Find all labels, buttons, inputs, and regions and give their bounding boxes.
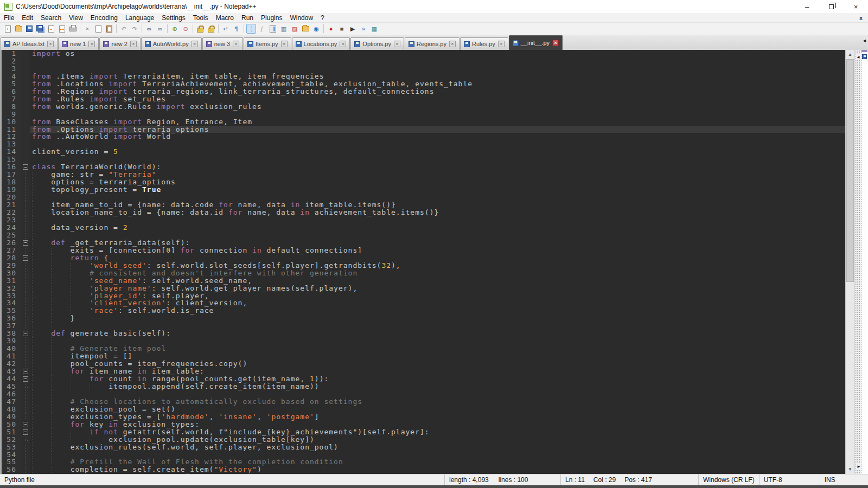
menu-plugins[interactable]: Plugins [257,13,286,22]
function-list-icon[interactable]: ƒ [257,24,267,34]
tab-ap-ideas.txt[interactable]: AP Ideas.txt× [1,37,58,50]
code-line[interactable]: 45 itempool.append(self.create_item(item… [2,383,845,390]
restore-button[interactable] [819,0,844,13]
code-line[interactable]: 10from BaseClasses import Region, Entran… [2,118,845,126]
code-line[interactable]: 18 options = terraria_options [2,178,845,186]
new-file-icon[interactable]: + [3,24,12,34]
code-line[interactable]: 20 [2,194,845,201]
fold-toggle-icon[interactable] [21,163,30,171]
folder-as-workspace-icon[interactable] [301,24,310,34]
code-line[interactable]: 27 exits = [connection[0] for connection… [2,247,845,254]
tab-close-icon[interactable]: × [340,41,346,47]
tab-close-icon[interactable]: × [233,41,239,47]
code-line[interactable]: 12from ..AutoWorld import World [2,133,845,140]
panel-collapse-left-icon[interactable]: ◄ [856,54,860,60]
replace-icon[interactable]: ∞ [155,24,165,34]
document-map-icon[interactable] [268,24,278,34]
fold-toggle-icon[interactable] [21,330,30,337]
code-line[interactable]: 15 [2,156,845,163]
indent-guide-icon[interactable]: ⋮ [246,24,256,34]
code-line[interactable]: 46 [2,390,845,398]
menu-tools[interactable]: Tools [189,13,212,22]
code-line[interactable]: 2 [2,57,845,65]
find-icon[interactable]: ∞ [144,24,154,34]
code-line[interactable]: 56 completion = self.create_item("Victor… [2,466,845,473]
code-line[interactable]: 31 'seed_name': self.world.seed_name, [2,277,845,285]
scroll-up-icon[interactable]: ▲ [846,50,854,59]
cut-icon[interactable]: × [82,24,92,34]
code-line[interactable]: 43 for item_name in item_table: [2,368,845,375]
code-line[interactable]: 34 'client_version': client_version, [2,299,845,307]
code-line[interactable]: 39 [2,337,845,345]
print-icon[interactable] [68,24,78,34]
tab-new-3[interactable]: new 3× [202,37,243,50]
close-document-icon[interactable]: x [859,15,863,21]
code-line[interactable]: 16class TerrariaWorld(World): [2,163,845,171]
menu-edit[interactable]: Edit [18,13,37,22]
fold-toggle-icon[interactable] [21,428,30,436]
code-line[interactable]: 9 [2,111,845,118]
code-line[interactable]: 36 } [2,314,845,322]
docked-panel-grip[interactable]: ◄ ► [854,50,861,474]
code-line[interactable]: 11from .Options import terraria_options [2,126,845,133]
code-line[interactable]: 44 for count in range(pool_counts.get(it… [2,375,845,383]
scrollbar-track[interactable] [846,59,854,465]
tab-locations.py[interactable]: Locations.py× [292,37,350,50]
code-line[interactable]: 21 item_name_to_id = {name: data.code fo… [2,201,845,209]
scroll-down-icon[interactable]: ▼ [846,465,854,474]
tab-close-icon[interactable]: × [281,41,288,47]
tab-autoworld.py[interactable]: AutoWorld.py× [141,37,202,50]
macro-save-icon[interactable]: ▦ [369,24,379,34]
menu-settings[interactable]: Settings [158,13,189,22]
edit-marker-icon[interactable]: ▨ [290,24,299,34]
code-line[interactable]: 7from .Rules import set_rules [2,95,845,103]
vertical-scrollbar[interactable]: ▲ ▼ [845,50,854,474]
code-line[interactable]: 13 [2,140,845,148]
word-wrap-icon[interactable]: ↵ [221,24,231,34]
tab-regions.py[interactable]: Regions.py× [405,37,459,50]
code-line[interactable]: 29 'world_seed': self.world.slot_seeds[s… [2,262,845,269]
fold-toggle-icon[interactable] [21,239,30,247]
tab-close-icon[interactable]: × [394,41,400,47]
show-all-characters-icon[interactable]: ¶ [232,24,241,34]
menu-window[interactable]: Window [286,13,317,22]
menu-encoding[interactable]: Encoding [87,13,122,22]
code-line[interactable]: 54 [2,451,845,459]
code-editor[interactable]: 1import os234from .Items import Terraria… [0,50,845,474]
code-line[interactable]: 51 if not getattr(self.world, f"include_… [2,428,845,436]
code-line[interactable]: 6from .Regions import terraria_regions, … [2,88,845,95]
macro-stop-icon[interactable]: ■ [337,24,347,34]
tab-close-icon[interactable]: × [449,41,456,47]
close-button[interactable]: × [844,0,868,13]
code-line[interactable]: 3 [2,65,845,73]
zoom-in-icon[interactable]: ⊕ [170,24,180,34]
code-line[interactable]: 48 exclusion_pool = set() [2,406,845,413]
scrollbar-thumb[interactable] [846,59,854,282]
panel-expand-right-icon[interactable]: ► [857,464,861,470]
code-line[interactable]: 8from worlds.generic.Rules import exclus… [2,103,845,111]
menu-file[interactable]: File [0,13,18,22]
code-line[interactable]: 32 'player_name': self.world.get_player_… [2,285,845,292]
macro-run-multiple-icon[interactable]: » [359,24,368,34]
code-line[interactable]: 35 'race': self.world.is_race [2,307,845,314]
code-line[interactable]: 17 game: str = "Terraria" [2,171,845,178]
code-line[interactable]: 22 location_name_to_id = {name: data.id … [2,209,845,216]
menu-search[interactable]: Search [37,13,65,22]
redo-icon[interactable]: ↷ [130,24,139,34]
fold-toggle-icon[interactable] [21,254,30,262]
menu-view[interactable]: View [65,13,87,22]
tab-close-icon[interactable]: × [88,41,95,47]
code-line[interactable]: 5from .Locations import TerrariaAchievem… [2,80,845,88]
macro-record-icon[interactable]: ● [326,24,336,34]
code-line[interactable]: 38 def generate_basic(self): [2,330,845,337]
menu-macro[interactable]: Macro [212,13,238,22]
minimize-button[interactable]: – [795,0,819,13]
sync-horizontal-scrolling-icon[interactable] [206,24,216,34]
paste-icon[interactable] [104,24,114,34]
tab-close-icon[interactable]: × [47,41,54,47]
tab-__init__.py[interactable]: __init__.py× [509,35,563,50]
undo-icon[interactable]: ↶ [119,24,129,34]
monitoring-icon[interactable]: ◉ [311,24,321,34]
code-line[interactable]: 47 # Choose locations to automatically e… [2,398,845,406]
tab-new-2[interactable]: new 2× [99,37,140,50]
